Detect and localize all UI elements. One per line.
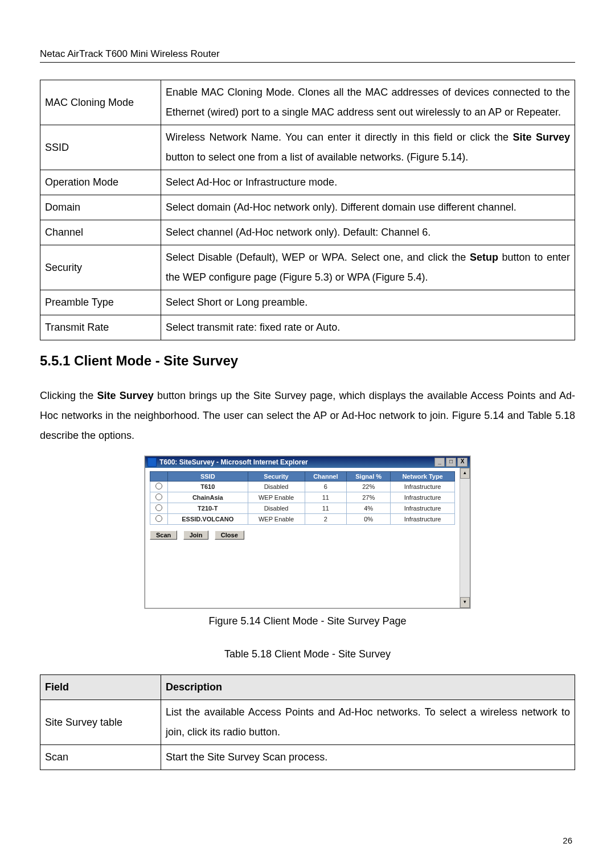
bold-text: Setup [470, 252, 498, 263]
window-title: T600: SiteSurvey - Microsoft Internet Ex… [159, 458, 308, 466]
def-desc: Select domain (Ad-Hoc network only). Dif… [161, 195, 575, 220]
cell-signal: 0% [347, 514, 391, 525]
section-body: Clicking the Site Survey button brings u… [40, 386, 575, 446]
cell-ssid: T210-T [168, 503, 248, 514]
survey-row: ChainAsia WEP Enable 11 27% Infrastructu… [150, 492, 455, 503]
survey-row: ESSID.VOLCANO WEP Enable 2 0% Infrastruc… [150, 514, 455, 525]
cell-security: WEP Enable [248, 492, 305, 503]
col-ssid: SSID [168, 472, 248, 482]
fd-field: Scan [40, 745, 161, 770]
maximize-button[interactable]: □ [446, 458, 456, 467]
cell-type: Infrastructure [391, 503, 455, 514]
table-row: SSID Wireless Network Name. You can ente… [40, 125, 575, 170]
fd-desc: Start the Site Survey Scan process. [161, 745, 575, 770]
col-channel: Channel [305, 472, 347, 482]
def-field: SSID [40, 125, 161, 170]
def-desc: Wireless Network Name. You can enter it … [161, 125, 575, 170]
ie-icon [147, 458, 157, 467]
select-radio[interactable] [155, 493, 162, 500]
section-heading: 5.5.1 Client Mode - Site Survey [40, 353, 575, 369]
text: Wireless Network Name. You can enter it … [166, 131, 512, 143]
def-desc: Select transmit rate: fixed rate or Auto… [161, 315, 575, 340]
def-field: Domain [40, 195, 161, 220]
select-radio[interactable] [155, 515, 162, 522]
table-row: Security Select Disable (Default), WEP o… [40, 245, 575, 290]
bold-text: Site Survey [97, 390, 153, 401]
minimize-button[interactable]: _ [434, 458, 445, 467]
window-titlebar: T600: SiteSurvey - Microsoft Internet Ex… [145, 456, 470, 468]
table-row: Site Survey table List the available Acc… [40, 700, 575, 745]
cell-channel: 11 [305, 492, 347, 503]
select-radio[interactable] [155, 483, 162, 489]
cell-security: Disabled [248, 482, 305, 492]
table-row: Transmit Rate Select transmit rate: fixe… [40, 315, 575, 340]
bold-text: Site Survey [512, 131, 570, 143]
text: Select Disable (Default), WEP or WPA. Se… [166, 252, 470, 263]
scroll-down-icon[interactable]: ▾ [460, 597, 470, 608]
def-desc: Select Ad-Hoc or Infrastructure mode. [161, 170, 575, 195]
site-survey-table: SSID Security Channel Signal % Network T… [150, 471, 455, 525]
join-button[interactable]: Join [183, 530, 209, 540]
definitions-table: MAC Cloning Mode Enable MAC Cloning Mode… [40, 80, 575, 340]
header-field: Field [40, 675, 161, 700]
cell-channel: 2 [305, 514, 347, 525]
site-survey-window: T600: SiteSurvey - Microsoft Internet Ex… [145, 456, 470, 608]
cell-type: Infrastructure [391, 492, 455, 503]
table-caption: Table 5.18 Client Mode - Site Survey [224, 648, 391, 660]
def-field: Security [40, 245, 161, 290]
survey-row: T610 Disabled 6 22% Infrastructure [150, 482, 455, 492]
table-row: Channel Select channel (Ad-Hoc network o… [40, 220, 575, 245]
cell-channel: 6 [305, 482, 347, 492]
table-row: MAC Cloning Mode Enable MAC Cloning Mode… [40, 80, 575, 125]
def-field: Preamble Type [40, 290, 161, 315]
survey-row: T210-T Disabled 11 4% Infrastructure [150, 503, 455, 514]
def-desc: Select Disable (Default), WEP or WPA. Se… [161, 245, 575, 290]
cell-ssid: ChainAsia [168, 492, 248, 503]
def-field: Channel [40, 220, 161, 245]
def-field: Operation Mode [40, 170, 161, 195]
close-window-button[interactable]: X [457, 458, 468, 467]
col-security: Security [248, 472, 305, 482]
cell-security: WEP Enable [248, 514, 305, 525]
def-field: MAC Cloning Mode [40, 80, 161, 125]
scroll-up-icon[interactable]: ▴ [460, 468, 470, 479]
table-row: Domain Select domain (Ad-Hoc network onl… [40, 195, 575, 220]
col-signal: Signal % [347, 472, 391, 482]
text: button to select one from a list of avai… [166, 151, 468, 163]
page-number: 26 [563, 836, 572, 845]
table-row: Preamble Type Select Short or Long pream… [40, 290, 575, 315]
cell-ssid: T610 [168, 482, 248, 492]
scrollbar[interactable]: ▴ ▾ [460, 468, 470, 608]
cell-signal: 4% [347, 503, 391, 514]
cell-type: Infrastructure [391, 514, 455, 525]
cell-ssid: ESSID.VOLCANO [168, 514, 248, 525]
cell-signal: 22% [347, 482, 391, 492]
close-button[interactable]: Close [215, 530, 244, 540]
table-row: Operation Mode Select Ad-Hoc or Infrastr… [40, 170, 575, 195]
col-network-type: Network Type [391, 472, 455, 482]
def-desc: Select Short or Long preamble. [161, 290, 575, 315]
fd-desc: List the available Access Points and Ad-… [161, 700, 575, 745]
text: Clicking the [40, 390, 97, 401]
def-desc: Enable MAC Cloning Mode. Clones all the … [161, 80, 575, 125]
page-header: Netac AirTrack T600 Mini Wireless Router [40, 48, 575, 63]
def-field: Transmit Rate [40, 315, 161, 340]
field-description-table: Field Description Site Survey table List… [40, 674, 575, 770]
cell-channel: 11 [305, 503, 347, 514]
header-description: Description [161, 675, 575, 700]
fd-field: Site Survey table [40, 700, 161, 745]
cell-security: Disabled [248, 503, 305, 514]
scan-button[interactable]: Scan [150, 530, 177, 540]
def-desc: Select channel (Ad-Hoc network only). De… [161, 220, 575, 245]
table-row: Scan Start the Site Survey Scan process. [40, 745, 575, 770]
cell-type: Infrastructure [391, 482, 455, 492]
figure-caption: Figure 5.14 Client Mode - Site Survey Pa… [208, 615, 406, 627]
select-radio[interactable] [155, 504, 162, 511]
cell-signal: 27% [347, 492, 391, 503]
